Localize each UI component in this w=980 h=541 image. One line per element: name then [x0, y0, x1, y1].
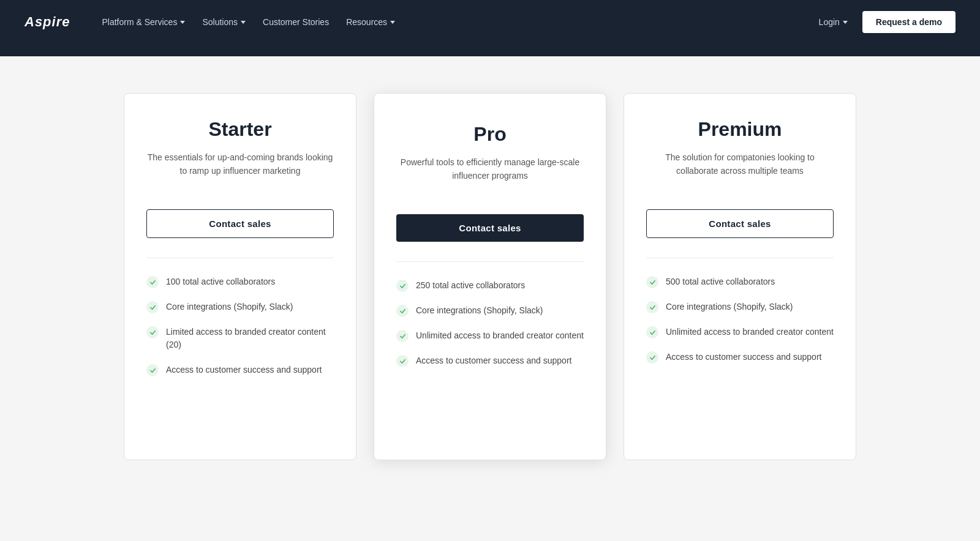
premium-plan-name: Premium	[646, 118, 834, 141]
check-icon	[646, 301, 658, 313]
premium-contact-sales-button[interactable]: Contact sales	[646, 209, 834, 238]
nav-solutions[interactable]: Solutions	[195, 12, 253, 32]
list-item: 500 total active collaborators	[646, 275, 834, 288]
premium-plan-description: The solution for compatonies looking to …	[646, 151, 834, 192]
starter-feature-list: 100 total active collaborators Core inte…	[146, 275, 334, 376]
pro-contact-sales-button[interactable]: Contact sales	[396, 214, 584, 242]
pro-card: Pro Powerful tools to efficiently manage…	[374, 93, 606, 460]
request-demo-button[interactable]: Request a demo	[862, 11, 956, 33]
navbar: Aspire Platform & Services Solutions Cus…	[0, 0, 980, 44]
list-item: 100 total active collaborators	[146, 275, 334, 288]
pro-plan-name: Pro	[396, 123, 584, 146]
starter-contact-sales-button[interactable]: Contact sales	[146, 209, 334, 238]
list-item: Core integrations (Shopify, Slack)	[146, 300, 334, 313]
pro-feature-list: 250 total active collaborators Core inte…	[396, 279, 584, 367]
logo: Aspire	[24, 14, 70, 30]
list-item: Access to customer success and support	[146, 364, 334, 376]
pro-divider	[396, 261, 584, 262]
check-icon	[646, 351, 658, 364]
premium-divider	[646, 258, 834, 258]
check-icon	[146, 364, 159, 376]
nav-customer-stories[interactable]: Customer Stories	[255, 12, 336, 32]
login-button[interactable]: Login	[812, 12, 855, 32]
main-content: Starter The essentials for up-and-coming…	[0, 56, 980, 541]
list-item: Unlimited access to branded creator cont…	[396, 329, 584, 342]
list-item: Access to customer success and support	[646, 351, 834, 364]
starter-card: Starter The essentials for up-and-coming…	[124, 93, 356, 460]
check-icon	[396, 355, 409, 367]
check-icon	[396, 305, 409, 317]
list-item: 250 total active collaborators	[396, 279, 584, 292]
starter-plan-description: The essentials for up-and-coming brands …	[146, 151, 334, 192]
check-icon	[146, 276, 159, 288]
nav-links: Platform & Services Solutions Customer S…	[94, 12, 811, 32]
check-icon	[646, 276, 658, 288]
starter-divider	[146, 258, 334, 258]
chevron-down-icon	[390, 21, 395, 24]
chevron-down-icon	[843, 21, 848, 24]
chevron-down-icon	[180, 21, 185, 24]
list-item: Limited access to branded creator conten…	[146, 326, 334, 351]
check-icon	[396, 280, 409, 292]
list-item: Core integrations (Shopify, Slack)	[396, 304, 584, 317]
pricing-grid: Starter The essentials for up-and-coming…	[123, 93, 858, 460]
nav-platform-services[interactable]: Platform & Services	[94, 12, 192, 32]
nav-resources[interactable]: Resources	[339, 12, 402, 32]
check-icon	[646, 326, 658, 338]
nav-right: Login Request a demo	[812, 11, 956, 33]
list-item: Unlimited access to branded creator cont…	[646, 326, 834, 338]
starter-plan-name: Starter	[146, 118, 334, 141]
check-icon	[146, 326, 159, 338]
chevron-down-icon	[241, 21, 246, 24]
premium-card: Premium The solution for compatonies loo…	[624, 93, 856, 460]
premium-feature-list: 500 total active collaborators Core inte…	[646, 275, 834, 364]
list-item: Core integrations (Shopify, Slack)	[646, 300, 834, 313]
top-band	[0, 44, 980, 56]
pro-plan-description: Powerful tools to efficiently manage lar…	[396, 155, 584, 197]
check-icon	[396, 330, 409, 342]
list-item: Access to customer success and support	[396, 354, 584, 367]
check-icon	[146, 301, 159, 313]
